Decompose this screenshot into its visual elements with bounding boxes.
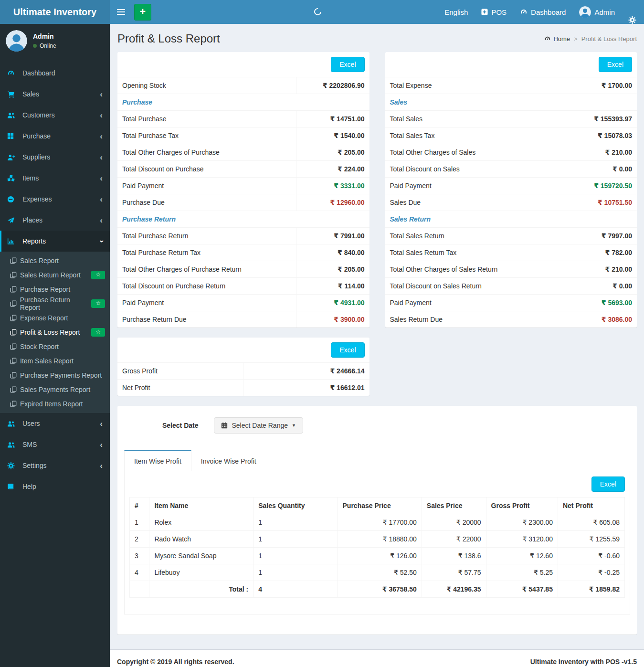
pl-row: Total Sales ₹ 155393.97 <box>385 111 637 127</box>
user-plus-icon <box>7 154 18 161</box>
sidebar-item-suppliers[interactable]: Suppliers ‹ <box>0 147 110 168</box>
pl-row: Total Purchase Return Tax ₹ 840.00 <box>117 244 370 261</box>
chevron-left-icon: ‹ <box>100 132 103 140</box>
table-row: 1 Rolex 1 ₹ 17700.00 ₹ 20000 ₹ 2300.00 ₹… <box>130 514 625 531</box>
pl-row: Sales Due ₹ 10751.50 <box>385 194 637 211</box>
minus-circle-icon <box>7 196 18 203</box>
excel-export-button[interactable]: Excel <box>591 476 625 492</box>
sidebar-item-expenses[interactable]: Expenses ‹ <box>0 189 110 210</box>
breadcrumb-home-link[interactable]: Home <box>544 35 570 42</box>
chevron-left-icon: ‹ <box>100 90 103 98</box>
item-wise-profit-tab-content: Excel # Item Name Sales Quantity Purchas… <box>124 471 630 614</box>
copy-icon <box>10 300 20 307</box>
cogs-icon <box>628 16 636 24</box>
settings-menu[interactable] <box>628 0 636 24</box>
pl-row: Total Other Charges of Purchase ₹ 205.00 <box>117 144 370 161</box>
pl-row: Total Purchase ₹ 14751.00 <box>117 111 370 127</box>
user-menu[interactable]: Admin <box>579 0 615 24</box>
sidebar-toggle-button[interactable] <box>110 0 132 24</box>
copy-icon <box>10 358 20 364</box>
star-badge: ☆ <box>91 328 105 337</box>
date-filter-row: Select Date Select Date Range ▼ <box>124 410 630 436</box>
sidebar-item-purchase-return-report[interactable]: Purchase Return Report ☆ <box>0 296 110 311</box>
pl-row: Total Expense ₹ 1700.00 <box>385 77 637 94</box>
sidebar-item-places[interactable]: Places ‹ <box>0 210 110 231</box>
sidebar-item-reports[interactable]: Reports ‹ <box>0 231 110 252</box>
pl-row: Paid Payment ₹ 5693.00 <box>385 295 637 311</box>
pl-row: Net Profit ₹ 16612.01 <box>117 380 370 396</box>
cubes-icon <box>7 175 18 182</box>
pl-row: Gross Profit ₹ 24666.14 <box>117 363 370 380</box>
sidebar: Admin Online Dashboard ‹ Sales ‹ Custome… <box>0 24 110 667</box>
pl-section-row: Purchase Return <box>117 211 370 228</box>
date-range-button[interactable]: Select Date Range ▼ <box>214 417 303 434</box>
cart-icon <box>7 91 18 98</box>
tab-item-wise-profit[interactable]: Item Wise Profit <box>124 450 191 471</box>
sidebar-item-purchase-report[interactable]: Purchase Report ☆ <box>0 282 110 296</box>
sidebar-item-expired-items-report[interactable]: Expired Items Report ☆ <box>0 397 110 411</box>
user-avatar-icon <box>6 30 27 52</box>
sidebar-item-help[interactable]: Help ‹ <box>0 476 110 497</box>
excel-export-button[interactable]: Excel <box>331 342 364 358</box>
gauge-icon <box>544 35 551 42</box>
dashboard-link[interactable]: Dashboard <box>520 0 566 24</box>
sidebar-item-stock-report[interactable]: Stock Report ☆ <box>0 339 110 354</box>
book-icon <box>7 483 18 490</box>
pl-row: Total Sales Return ₹ 7997.00 <box>385 228 637 244</box>
copy-icon <box>10 401 20 407</box>
calendar-icon <box>221 422 228 429</box>
bar-chart-icon <box>7 238 18 245</box>
sidebar-item-users[interactable]: Users ‹ <box>0 413 110 434</box>
sidebar-item-customers[interactable]: Customers ‹ <box>0 105 110 126</box>
cogs-icon <box>7 462 18 469</box>
caret-down-icon: ▼ <box>292 423 296 428</box>
users-icon <box>7 420 18 427</box>
select-date-label: Select Date <box>162 422 198 429</box>
copy-icon <box>10 272 20 278</box>
pl-row: Total Sales Return Tax ₹ 782.00 <box>385 244 637 261</box>
chevron-left-icon: ‹ <box>100 111 103 119</box>
table-row: 2 Rado Watch 1 ₹ 18880.00 ₹ 22000 ₹ 3120… <box>130 531 625 548</box>
sidebar-item-items[interactable]: Items ‹ <box>0 168 110 189</box>
quick-add-button[interactable]: + <box>134 4 151 21</box>
pl-row: Total Purchase Return ₹ 7991.00 <box>117 228 370 244</box>
total-gross-profit: ₹ 5437.85 <box>486 581 558 598</box>
plus-square-icon <box>481 9 488 15</box>
sidebar-item-profit-loss-report[interactable]: Profit & Loss Report ☆ <box>0 325 110 339</box>
sidebar-item-dashboard[interactable]: Dashboard ‹ <box>0 63 110 84</box>
copyright-text: Copyright © 2019 All rights reserved. <box>117 658 234 666</box>
sidebar-item-sales-report[interactable]: Sales Report ☆ <box>0 254 110 268</box>
sidebar-item-purchase-payments-report[interactable]: Purchase Payments Report ☆ <box>0 368 110 382</box>
online-status-icon <box>33 44 37 48</box>
users-icon <box>7 441 18 448</box>
pl-row: Sales Return Due ₹ 3086.00 <box>385 311 637 328</box>
sidebar-item-sales[interactable]: Sales ‹ <box>0 84 110 105</box>
sidebar-item-expense-report[interactable]: Expense Report ☆ <box>0 311 110 325</box>
pos-link[interactable]: POS <box>481 0 507 24</box>
star-badge: ☆ <box>91 271 105 280</box>
pl-row: Total Discount on Sales ₹ 0.00 <box>385 161 637 178</box>
pl-row: Total Discount on Purchase Return ₹ 114.… <box>117 278 370 295</box>
purchase-summary-table: Opening Stock ₹ 2202806.90 Purchase Tota… <box>117 77 370 328</box>
copy-icon <box>10 372 20 379</box>
tab-invoice-wise-profit[interactable]: Invoice Wise Profit <box>191 450 266 471</box>
pl-row: Total Other Charges of Sales ₹ 210.00 <box>385 144 637 161</box>
excel-export-button[interactable]: Excel <box>331 57 364 72</box>
breadcrumb-separator: > <box>574 35 578 42</box>
app-brand: Ultimate Inventory <box>0 0 110 24</box>
sidebar-item-settings[interactable]: Settings ‹ <box>0 455 110 476</box>
sidebar-item-sales-payments-report[interactable]: Sales Payments Report ☆ <box>0 382 110 397</box>
navbar: + English POS Dashboard <box>110 0 644 24</box>
sidebar-item-item-sales-report[interactable]: Item Sales Report ☆ <box>0 354 110 368</box>
pl-row: Total Discount on Purchase ₹ 224.00 <box>117 161 370 178</box>
sidebar-item-sales-return-report[interactable]: Sales Return Report ☆ <box>0 268 110 282</box>
sidebar-item-purchase[interactable]: Purchase ‹ <box>0 126 110 147</box>
language-menu[interactable]: English <box>444 0 468 24</box>
sidebar-item-sms[interactable]: SMS ‹ <box>0 434 110 455</box>
item-profit-table: # Item Name Sales Quantity Purchase Pric… <box>129 497 625 598</box>
star-badge: ☆ <box>91 299 105 308</box>
copy-icon <box>10 343 20 350</box>
excel-export-button[interactable]: Excel <box>599 57 632 72</box>
main-content: Profit & Loss Report Home > Profit & Los… <box>110 24 644 649</box>
pl-section-row: Sales <box>385 94 637 111</box>
